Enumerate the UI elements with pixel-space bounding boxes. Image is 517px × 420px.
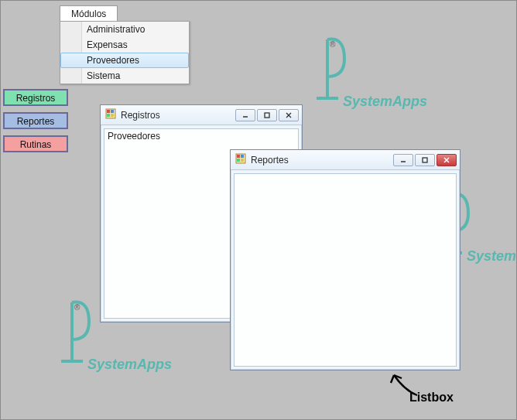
svg-text:®: ® <box>74 303 80 312</box>
menu-item-sistema[interactable]: Sistema <box>60 68 189 84</box>
menu-modulos[interactable]: Módulos <box>60 5 118 22</box>
svg-rect-18 <box>241 159 244 162</box>
window-buttons <box>235 109 299 121</box>
svg-text:SystemApps: SystemApps <box>87 357 172 372</box>
list-item[interactable]: Proveedores <box>104 129 298 143</box>
registered-mark: ® <box>330 40 336 49</box>
maximize-button[interactable] <box>257 109 277 121</box>
svg-rect-20 <box>423 158 427 162</box>
side-button-registros[interactable]: Registros <box>3 89 68 106</box>
menu-modulos-dropdown: Administrativo Expensas Proveedores Sist… <box>60 21 190 84</box>
menu-item-expensas[interactable]: Expensas <box>60 37 189 53</box>
svg-rect-16 <box>241 155 244 158</box>
menubar: Módulos <box>60 5 118 22</box>
svg-rect-11 <box>265 113 269 118</box>
brand-watermark: ® SystemApps <box>310 32 465 117</box>
side-button-rutinas[interactable]: Rutinas <box>3 135 68 152</box>
window-icon <box>235 153 246 167</box>
title-text: Reportes <box>251 155 393 166</box>
svg-rect-17 <box>237 159 240 162</box>
side-buttons: Registros Reportes Rutinas <box>3 89 68 159</box>
maximize-button[interactable] <box>415 154 435 166</box>
minimize-button[interactable] <box>235 109 255 121</box>
title-text: Registros <box>121 110 235 121</box>
minimize-button[interactable] <box>393 154 413 166</box>
svg-rect-9 <box>111 114 114 117</box>
svg-rect-7 <box>111 110 114 113</box>
menu-item-proveedores[interactable]: Proveedores <box>60 53 189 68</box>
svg-rect-15 <box>237 155 240 158</box>
titlebar-reportes[interactable]: Reportes <box>231 150 460 170</box>
window-reportes[interactable]: Reportes <box>230 149 461 370</box>
svg-rect-8 <box>107 114 110 117</box>
window-buttons <box>393 154 457 166</box>
svg-text:SystemApps: SystemApps <box>343 94 427 109</box>
close-button[interactable] <box>279 109 299 121</box>
window-icon <box>105 108 116 122</box>
annotation-label: Listbox <box>409 391 454 405</box>
close-button[interactable] <box>437 154 457 166</box>
listbox-reportes[interactable] <box>234 173 457 367</box>
menu-item-administrativo[interactable]: Administrativo <box>60 22 189 37</box>
mdi-parent-window: ® SystemApps ® System ® SystemApps Módul… <box>0 0 517 420</box>
svg-text:System: System <box>467 248 516 264</box>
svg-rect-6 <box>107 110 110 113</box>
titlebar-registros[interactable]: Registros <box>101 105 302 125</box>
side-button-reportes[interactable]: Reportes <box>3 112 68 129</box>
